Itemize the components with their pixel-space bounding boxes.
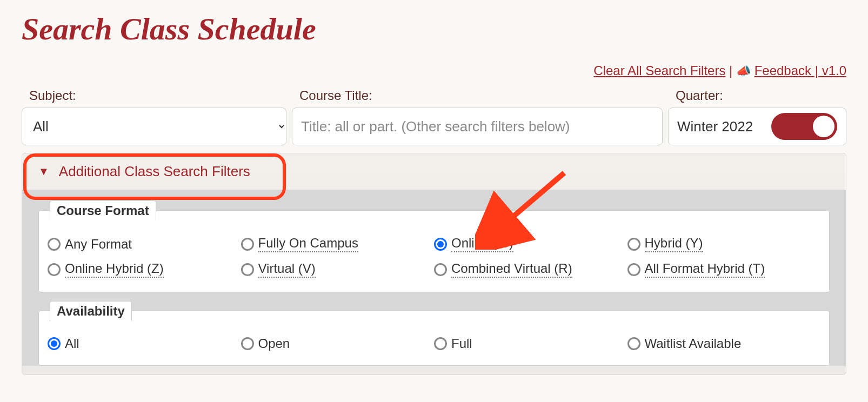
toggle-knob [813,116,834,137]
availability-options: AllOpenFullWaitlist Available [48,332,820,356]
feedback-link[interactable]: Feedback | v1.0 [755,63,846,78]
quarter-box: Winter 2022 [668,108,846,145]
course-format-options: Any FormatFully On CampusOnline (W)Hybri… [48,231,820,282]
radio-item[interactable]: Full [434,332,627,356]
radio-label: Open [258,336,290,351]
radio-icon[interactable] [434,337,447,350]
radio-item[interactable]: Waitlist Available [627,332,821,356]
radio-icon[interactable] [241,337,254,350]
additional-filters-body: Course Format Any FormatFully On CampusO… [22,190,846,366]
additional-filters-toggle[interactable]: ▼ Additional Class Search Filters [22,153,266,190]
course-format-fieldset: Course Format Any FormatFully On CampusO… [38,200,830,292]
radio-icon[interactable] [48,263,61,276]
additional-filters-label: Additional Class Search Filters [59,163,250,180]
radio-icon[interactable] [434,263,447,276]
subject-label: Subject: [22,88,286,103]
radio-label: Fully On Campus [258,236,358,252]
radio-label: Online (W) [451,236,513,252]
course-title-input[interactable] [292,108,663,145]
radio-item[interactable]: Any Format [48,231,241,257]
radio-label: Combined Virtual (R) [451,261,572,278]
radio-item[interactable]: Virtual (V) [241,257,435,282]
radio-icon[interactable] [434,238,447,251]
primary-filters-row: Subject: All Course Title: Quarter: Wint… [22,88,846,145]
radio-icon[interactable] [627,337,640,350]
availability-fieldset: Availability AllOpenFullWaitlist Availab… [38,301,830,366]
radio-item[interactable]: All [48,332,241,356]
subject-select[interactable]: All [22,108,286,145]
page-title: Search Class Schedule [22,11,846,47]
radio-item[interactable]: Combined Virtual (R) [434,257,627,282]
radio-label: Virtual (V) [258,261,316,278]
additional-filters-panel: ▼ Additional Class Search Filters Course… [22,153,846,375]
radio-icon[interactable] [241,238,254,251]
radio-label: Waitlist Available [645,336,742,351]
quarter-toggle[interactable] [771,113,837,140]
radio-item[interactable]: Hybrid (Y) [627,231,821,257]
link-separator: | [725,63,736,78]
quarter-value: Winter 2022 [677,118,753,135]
radio-label: Hybrid (Y) [645,236,703,252]
radio-icon[interactable] [241,263,254,276]
top-links-row: Clear All Search Filters | 📣 Feedback | … [22,63,846,78]
course-format-legend: Course Format [50,200,156,220]
course-title-label: Course Title: [292,88,663,103]
radio-item[interactable]: Online (W) [434,231,627,257]
radio-icon[interactable] [627,263,640,276]
radio-label: Any Format [65,237,132,252]
availability-legend: Availability [50,301,132,321]
triangle-down-icon: ▼ [38,165,49,178]
radio-item[interactable]: Online Hybrid (Z) [48,257,241,282]
quarter-label: Quarter: [668,88,846,103]
radio-item[interactable]: Open [241,332,435,356]
radio-label: Full [451,336,472,351]
radio-label: Online Hybrid (Z) [65,261,164,278]
radio-icon[interactable] [48,337,61,350]
radio-label: All Format Hybrid (T) [645,261,765,278]
radio-icon[interactable] [48,238,61,251]
radio-icon[interactable] [627,238,640,251]
megaphone-icon: 📣 [736,64,751,78]
radio-label: All [65,336,79,351]
clear-filters-link[interactable]: Clear All Search Filters [593,63,725,78]
radio-item[interactable]: All Format Hybrid (T) [627,257,821,282]
radio-item[interactable]: Fully On Campus [241,231,435,257]
